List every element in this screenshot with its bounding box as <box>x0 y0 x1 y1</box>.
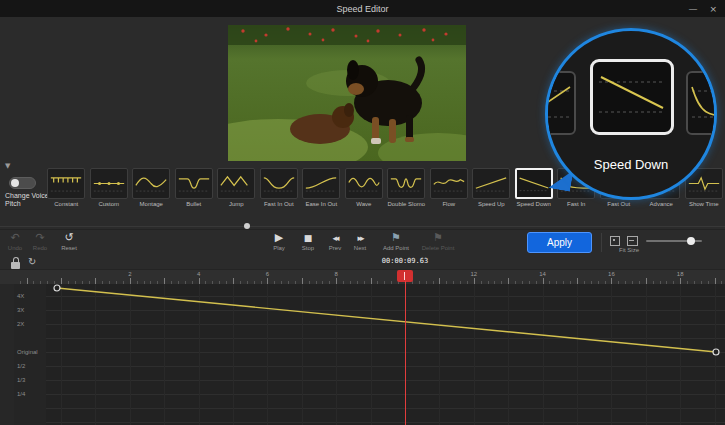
play-icon: ▶ <box>275 232 283 244</box>
undo-label: Undo <box>8 245 22 251</box>
preset-speed-down[interactable]: Speed Down <box>513 168 556 216</box>
lock-icon[interactable] <box>11 262 20 269</box>
window-title: Speed Editor <box>336 4 388 14</box>
preset-scroll-track[interactable] <box>0 226 725 227</box>
fit-size-slider-handle[interactable] <box>687 237 695 245</box>
preset-label: Fast In Out <box>264 201 294 207</box>
preset-label: Wave <box>356 201 371 207</box>
preset-label: Ease In Out <box>305 201 337 207</box>
preset-montage[interactable]: Montage <box>130 168 173 216</box>
prev-icon: ◂◂ <box>332 232 337 244</box>
fit-to-window-icon[interactable] <box>610 236 620 246</box>
preset-fast-in-out[interactable]: Fast In Out <box>258 168 301 216</box>
rotate-icon[interactable]: ↻ <box>28 256 36 267</box>
ruler-number: 8 <box>335 271 338 277</box>
minimize-icon[interactable]: — <box>688 4 697 14</box>
ruler-number: 14 <box>539 271 546 277</box>
preset-label: Show Time <box>689 201 719 207</box>
delete-point-label: Delete Point <box>422 245 455 251</box>
stop-label: Stop <box>302 245 314 251</box>
prev-button[interactable]: ◂◂ Prev <box>322 232 348 251</box>
stop-button[interactable]: ■ Stop <box>294 232 322 251</box>
preset-curve-thumb <box>515 168 553 199</box>
collapse-panel-icon[interactable]: ▼ <box>5 162 10 170</box>
preset-label: Bullet <box>186 201 201 207</box>
redo-button[interactable]: ↷ Redo <box>27 232 53 251</box>
preset-curve-thumb <box>175 168 213 199</box>
ruler-number: 4 <box>197 271 200 277</box>
next-label: Next <box>354 245 366 251</box>
zoom-callout: Speed Down <box>545 28 717 200</box>
delete-point-icon: ⚑ <box>433 232 443 244</box>
change-voice-pitch-toggle[interactable] <box>9 177 36 189</box>
play-label: Play <box>273 245 285 251</box>
preset-wave[interactable]: Wave <box>343 168 386 216</box>
preset-ease-in-out[interactable]: Ease In Out <box>300 168 343 216</box>
reset-button[interactable]: ↺ Reset <box>54 232 84 251</box>
preset-label: Speed Down <box>517 201 551 207</box>
ruler-number: 12 <box>470 271 477 277</box>
speed-curve-graph[interactable]: 4X3X2XOriginal1/21/31/4 <box>0 284 725 425</box>
reset-icon: ↺ <box>64 232 73 244</box>
stop-icon: ■ <box>304 232 313 244</box>
ruler-number: 6 <box>266 271 269 277</box>
add-point-button[interactable]: ⚑ Add Point <box>376 232 416 251</box>
zoom-callout-label: Speed Down <box>548 157 714 172</box>
preset-label: Double Slomo <box>387 201 425 207</box>
close-icon[interactable]: × <box>709 4 717 14</box>
curve-point-start <box>54 285 60 291</box>
speed-editor-window: Speed Editor — × <box>0 0 725 425</box>
preset-curve-thumb <box>430 168 468 199</box>
preset-curve-thumb <box>387 168 425 199</box>
toolbar-separator <box>601 233 602 252</box>
preset-label: Constant <box>54 201 78 207</box>
ruler-number: 2 <box>128 271 131 277</box>
toolbar-divider <box>0 229 725 230</box>
ruler-number: 18 <box>677 271 684 277</box>
preset-custom[interactable]: Custom <box>88 168 131 216</box>
preset-speed-up[interactable]: Speed Up <box>470 168 513 216</box>
next-icon: ▸▸ <box>357 232 362 244</box>
fit-size-label: Fit Size <box>603 247 655 253</box>
speed-curve-line[interactable] <box>0 284 725 425</box>
preset-jump[interactable]: Jump <box>215 168 258 216</box>
add-point-icon: ⚑ <box>391 232 401 244</box>
timeline-ruler[interactable]: 24681012141618 <box>0 269 725 284</box>
zoom-preset-left <box>545 71 576 135</box>
curve-point-end <box>713 349 719 355</box>
preset-bullet[interactable]: Bullet <box>173 168 216 216</box>
preset-label: Custom <box>98 201 119 207</box>
play-button[interactable]: ▶ Play <box>264 232 294 251</box>
playhead-line[interactable] <box>405 281 406 425</box>
undo-button[interactable]: ↶ Undo <box>2 232 28 251</box>
reset-label: Reset <box>61 245 77 251</box>
delete-point-button[interactable]: ⚑ Delete Point <box>414 232 462 251</box>
preset-label: Montage <box>140 201 163 207</box>
preset-curve-thumb <box>47 168 85 199</box>
preset-double-slomo[interactable]: Double Slomo <box>385 168 428 216</box>
preset-curve-thumb <box>260 168 298 199</box>
preset-curve-thumb <box>302 168 340 199</box>
zoom-preset-right <box>686 71 717 135</box>
redo-icon: ↷ <box>35 232 44 244</box>
preset-label: Speed Up <box>478 201 505 207</box>
preset-curve-thumb <box>132 168 170 199</box>
preset-label: Fast Out <box>607 201 630 207</box>
preset-curve-thumb <box>217 168 255 199</box>
preset-flow[interactable]: Flow <box>428 168 471 216</box>
undo-icon: ↶ <box>10 232 19 244</box>
ruler-number: 16 <box>608 271 615 277</box>
current-time-display: 00:00:09.63 <box>370 257 440 265</box>
fit-width-icon[interactable] <box>627 236 638 246</box>
zoom-preset-speed-down <box>590 59 674 135</box>
apply-button[interactable]: Apply <box>527 232 592 253</box>
preset-curve-thumb <box>345 168 383 199</box>
redo-label: Redo <box>33 245 47 251</box>
video-preview <box>228 25 466 161</box>
preset-label: Advance <box>650 201 673 207</box>
preset-constant[interactable]: Constant <box>45 168 88 216</box>
next-button[interactable]: ▸▸ Next <box>347 232 373 251</box>
preset-label: Fast In <box>567 201 585 207</box>
preset-label: Flow <box>442 201 455 207</box>
preset-label: Jump <box>229 201 244 207</box>
